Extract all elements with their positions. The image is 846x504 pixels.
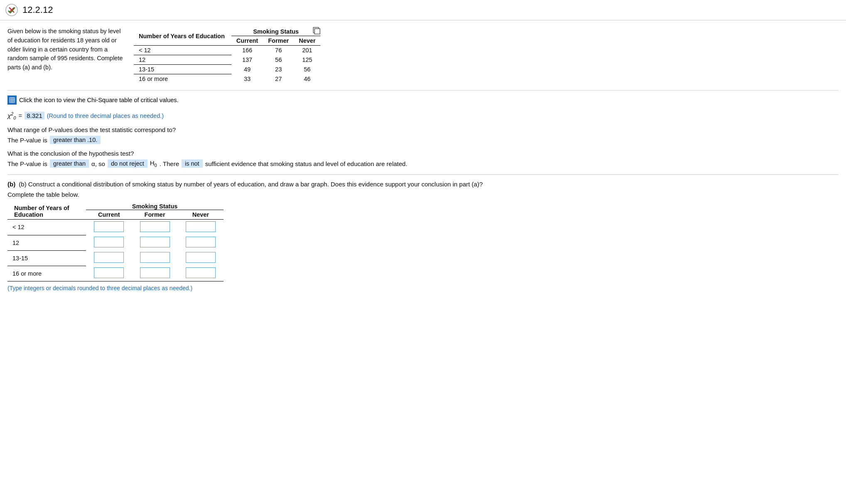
smoking-status-header: Smoking Status [231,27,321,36]
data-table-container: Number of Years of Education Smoking Sta… [134,27,320,83]
never-cell: 56 [294,65,320,74]
close-icon[interactable] [5,3,18,17]
conclusion-part1: The P-value is [7,160,47,167]
former-col-header: Former [263,36,294,46]
conditional-table: Number of Years of Education Smoking Sta… [7,203,224,281]
row-label: 16 or more [134,74,231,84]
table-row: 12 137 56 125 [134,55,320,65]
former-input[interactable] [140,267,170,278]
cond-table-row: 16 or more [7,266,224,281]
conclusion-part2: α, so [91,160,105,167]
cond-former-cell [132,220,177,235]
never-input[interactable] [186,237,216,247]
current-cell: 137 [231,55,263,65]
cond-current-cell [86,235,132,250]
chi-square-link[interactable]: Click the icon to view the Chi-Square ta… [7,95,839,105]
current-cell: 33 [231,74,263,84]
chi-value: 8.321 [25,112,44,120]
table-row: 13-15 49 23 56 [134,65,320,74]
cond-former-header: Former [132,210,177,220]
cond-row-label: 12 [7,235,86,250]
title-bar: 12.2.12 [0,0,846,20]
row-label: < 12 [134,46,231,55]
copy-table-icon[interactable] [313,27,320,34]
chi-result: χ20 = 8.321 (Round to three decimal plac… [7,111,839,120]
pvalue-answer-box: greater than .10. [50,136,101,144]
never-cell: 201 [294,46,320,55]
conclusion-part4: . There [160,160,179,167]
conclusion-part5: sufficient evidence that smoking status … [205,160,408,167]
conclusion-answer-line: The P-value is greater than α, so do not… [7,159,839,168]
chi-hint: (Round to three decimal places as needed… [47,113,164,119]
never-cell: 46 [294,74,320,84]
part-b-section: (b) (b) Construct a conditional distribu… [7,174,839,291]
top-section: Given below is the smoking status by lev… [7,27,839,91]
never-cell: 125 [294,55,320,65]
part-b-bold: (b) [7,181,15,188]
complete-text: Complete the table below. [7,191,839,198]
former-input[interactable] [140,237,170,247]
conclusion-answer2: do not reject [108,159,148,168]
years-col-header: Number of Years of Education [134,27,231,46]
table-row: 16 or more 33 27 46 [134,74,320,84]
cond-former-cell [132,266,177,281]
cond-smoking-header: Smoking Status [86,203,224,210]
conclusion-answer3: is not [182,159,203,168]
never-input[interactable] [186,221,216,232]
part-b-question-text: (b) Construct a conditional distribution… [19,181,482,188]
current-input[interactable] [94,267,124,278]
chi-square-icon[interactable] [7,95,17,105]
current-cell: 166 [231,46,263,55]
cond-row-label: < 12 [7,220,86,235]
conclusion-answer1: greater than [50,159,89,168]
current-cell: 49 [231,65,263,74]
cond-table-row: 12 [7,235,224,250]
former-cell: 56 [263,55,294,65]
cond-table-row: < 12 [7,220,224,235]
part-b-question: (b) (b) Construct a conditional distribu… [7,181,839,188]
cond-current-cell [86,266,132,281]
cond-never-cell [178,250,224,266]
never-input[interactable] [186,267,216,278]
svg-rect-5 [315,29,320,34]
conclusion-question: What is the conclusion of the hypothesis… [7,150,839,157]
never-col-header: Never [294,36,320,46]
row-label: 12 [134,55,231,65]
footer-hint: (Type integers or decimals rounded to th… [7,285,839,291]
cond-former-cell [132,235,177,250]
current-col-header: Current [231,36,263,46]
current-input[interactable] [94,252,124,263]
chi-square-link-text: Click the icon to view the Chi-Square ta… [19,97,179,103]
smoking-data-table: Number of Years of Education Smoking Sta… [134,27,320,83]
cond-former-cell [132,250,177,266]
cond-never-header: Never [178,210,224,220]
former-input[interactable] [140,221,170,232]
cond-current-header: Current [86,210,132,220]
pvalue-label: The P-value is [7,137,47,144]
cond-never-cell [178,266,224,281]
cond-current-cell [86,250,132,266]
row-label: 13-15 [134,65,231,74]
cond-current-cell [86,220,132,235]
current-input[interactable] [94,237,124,247]
conclusion-part3: H0 [150,159,157,168]
former-cell: 76 [263,46,294,55]
cond-row-label: 13-15 [7,250,86,266]
cond-never-cell [178,235,224,250]
cond-table-row: 13-15 [7,250,224,266]
former-input[interactable] [140,252,170,263]
former-cell: 23 [263,65,294,74]
former-cell: 27 [263,74,294,84]
page-title: 12.2.12 [22,5,53,15]
pvalue-question: What range of P-values does the test sta… [7,126,839,133]
chi-equals: = [18,112,22,119]
cond-never-cell [178,220,224,235]
chi-symbol: χ20 [7,111,16,120]
answers-section: χ20 = 8.321 (Round to three decimal plac… [7,105,839,291]
pvalue-answer-line: The P-value is greater than .10. [7,136,839,144]
cond-row-label: 16 or more [7,266,86,281]
table-row: < 12 166 76 201 [134,46,320,55]
never-input[interactable] [186,252,216,263]
cond-years-header: Number of Years of Education [7,203,86,220]
current-input[interactable] [94,221,124,232]
